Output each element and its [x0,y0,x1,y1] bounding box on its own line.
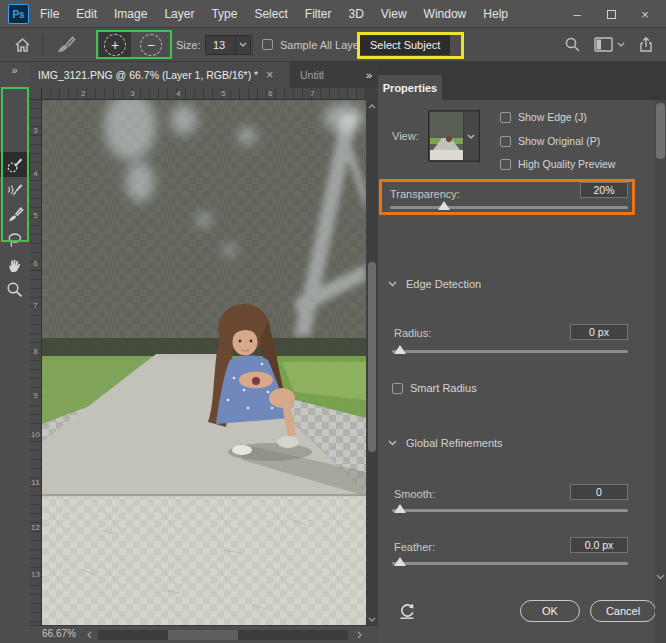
scroll-left-icon[interactable] [84,629,94,641]
tool-lasso[interactable] [0,227,30,252]
home-button[interactable] [14,28,31,61]
document-tab-bar: IMG_3121.PNG @ 66.7% (Layer 1, RGB/16*) … [30,62,378,88]
high-quality-preview-label: High Quality Preview [518,158,615,170]
chevron-down-icon [464,112,478,160]
tool-hand[interactable] [0,252,30,277]
search-icon [564,36,581,53]
show-original-label: Show Original (P) [518,135,600,147]
menu-view[interactable]: View [381,7,407,21]
panel-scroll-down-icon[interactable] [656,570,665,582]
edge-detection-section-header[interactable]: Edge Detection [388,278,481,290]
feather-slider[interactable] [392,562,628,565]
tab-properties[interactable]: Properties [378,75,442,100]
menu-select[interactable]: Select [254,7,287,21]
minimize-button[interactable]: – [566,3,588,25]
vertical-scroll-thumb[interactable] [368,262,376,452]
cancel-button[interactable]: Cancel [590,600,656,622]
global-refinements-title: Global Refinements [406,437,503,449]
feather-value-field[interactable]: 0.0 px [570,537,628,553]
add-to-selection-button[interactable]: + [99,28,131,61]
ruler-origin [30,88,42,100]
tool-quick-selection[interactable] [0,152,30,177]
show-original-checkbox[interactable] [500,136,511,147]
reset-workspace-button[interactable] [398,602,416,622]
tab-untitled[interactable]: Untitl [290,62,352,88]
view-label: View: [392,130,419,142]
menu-image[interactable]: Image [114,7,147,21]
menu-help[interactable]: Help [483,7,508,21]
select-subject-button[interactable]: Select Subject [360,34,450,55]
menu-window[interactable]: Window [424,7,467,21]
workspace-layout-icon [594,37,613,52]
brush-preset-picker[interactable] [54,28,76,61]
menu-filter[interactable]: Filter [305,7,332,21]
scroll-up-icon[interactable] [366,100,378,112]
toolbar: » [0,62,30,643]
view-mode-dropdown[interactable] [428,110,480,162]
vertical-scrollbar[interactable] [366,100,378,625]
smooth-value-field[interactable]: 0 [570,484,628,500]
close-tab-icon[interactable]: × [266,68,273,82]
canvas-area: 2 3 4 5 6 7 3 4 5 6 7 8 9 10 11 12 13 [30,88,378,625]
share-button[interactable] [638,28,654,61]
menu-items: File Edit Image Layer Type Select Filter… [40,0,508,28]
radius-slider[interactable] [392,350,628,353]
workspace-switcher[interactable] [594,28,625,61]
high-quality-preview-checkbox[interactable] [500,159,511,170]
zoom-level-field[interactable]: 66.67% [42,628,76,639]
tool-refine-edge-brush[interactable] [0,177,30,202]
chevron-down-icon [235,36,250,54]
radius-value-field[interactable]: 0 px [570,324,628,340]
status-bar: 66.67% [30,625,378,643]
horizontal-ruler: 2 3 4 5 6 7 [42,88,366,100]
panel-scrollbar[interactable] [655,100,666,643]
tool-zoom[interactable] [0,277,30,302]
maximize-icon [607,10,616,19]
scroll-down-icon[interactable] [366,613,378,625]
toolbar-collapse-button[interactable]: » [0,64,30,76]
divider [42,33,43,56]
smooth-slider[interactable] [392,509,628,512]
home-icon [14,37,31,53]
document-canvas-image[interactable] [42,100,366,625]
menu-layer[interactable]: Layer [164,7,194,21]
feather-label: Feather: [394,541,435,553]
transparency-value-field[interactable]: 20% [580,182,628,198]
tab-overflow-button[interactable]: » [366,62,372,88]
tab-img-3121[interactable]: IMG_3121.PNG @ 66.7% (Layer 1, RGB/16*) … [30,62,290,88]
transparency-slider-thumb[interactable] [438,201,450,210]
ok-button[interactable]: OK [520,600,580,622]
sample-all-layers-checkbox[interactable] [262,39,273,50]
brush-size-dropdown[interactable]: 13 [205,28,251,61]
radius-slider-thumb[interactable] [394,345,406,354]
close-button[interactable]: × [634,3,656,25]
global-refinements-section-header[interactable]: Global Refinements [388,437,503,449]
brush-preset-icon [54,35,76,55]
maximize-button[interactable] [600,3,622,25]
smart-radius-checkbox[interactable] [392,383,403,394]
menu-edit[interactable]: Edit [76,7,97,21]
horizontal-scroll-thumb[interactable] [168,630,238,640]
scroll-right-icon[interactable] [354,629,364,641]
menu-type[interactable]: Type [211,7,237,21]
panel-scroll-thumb[interactable] [656,103,665,159]
show-edge-checkbox[interactable] [500,112,511,123]
photoshop-window: Ps File Edit Image Layer Type Select Fil… [0,0,666,643]
feather-slider-thumb[interactable] [394,557,406,566]
tool-brush[interactable] [0,202,30,227]
share-icon [638,36,654,53]
horizontal-scrollbar[interactable] [98,630,348,640]
search-button[interactable] [564,28,581,61]
plus-circle-icon: + [104,34,126,56]
radius-label: Radius: [394,327,431,339]
menu-file[interactable]: File [40,7,59,21]
tool-options-bar: + − Size: 13 Sample All Layers Select Su… [0,28,666,62]
smart-radius-label: Smart Radius [410,382,477,394]
lasso-icon [6,231,24,249]
transparency-slider[interactable] [390,206,628,209]
document-title: IMG_3121.PNG @ 66.7% (Layer 1, RGB/16*) … [38,69,258,81]
subtract-from-selection-button[interactable]: − [135,28,167,61]
magnifier-icon [6,281,24,299]
smooth-slider-thumb[interactable] [394,504,406,513]
menu-3d[interactable]: 3D [348,7,363,21]
